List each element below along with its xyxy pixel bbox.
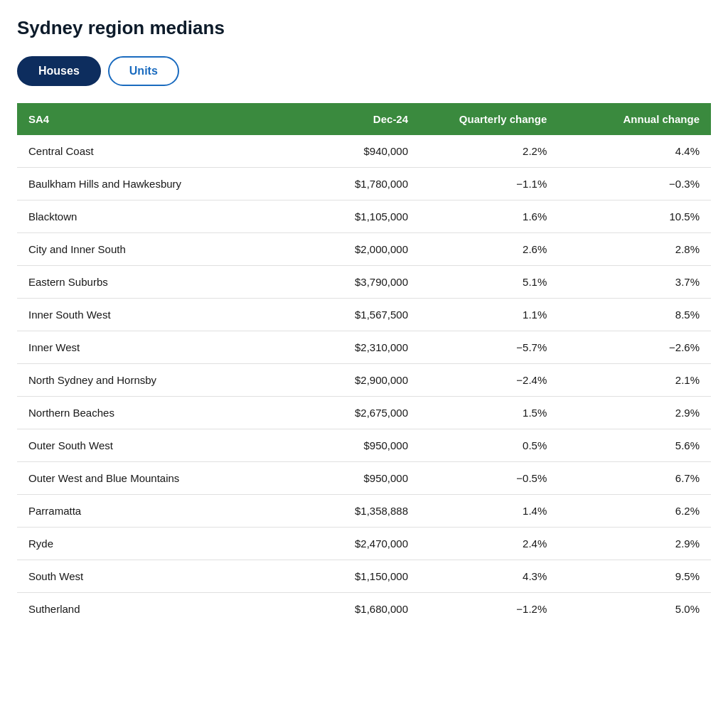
cell-region: Eastern Suburbs xyxy=(17,266,281,299)
cell-annual: 6.2% xyxy=(558,495,711,528)
cell-dec24: $1,150,000 xyxy=(281,560,419,593)
table-row: North Sydney and Hornsby$2,900,000−2.4%2… xyxy=(17,364,711,397)
cell-quarterly: 4.3% xyxy=(419,560,558,593)
cell-annual: 5.6% xyxy=(558,429,711,462)
table-row: Central Coast$940,0002.2%4.4% xyxy=(17,135,711,168)
tab-units[interactable]: Units xyxy=(108,56,179,86)
table-header-row: SA4 Dec-24 Quarterly change Annual chang… xyxy=(17,103,711,135)
tab-group: Houses Units xyxy=(17,56,711,86)
table-row: Inner South West$1,567,5001.1%8.5% xyxy=(17,299,711,331)
cell-dec24: $3,790,000 xyxy=(281,266,419,299)
cell-dec24: $950,000 xyxy=(281,462,419,495)
table-row: South West$1,150,0004.3%9.5% xyxy=(17,560,711,593)
table-row: Outer West and Blue Mountains$950,000−0.… xyxy=(17,462,711,495)
cell-quarterly: 5.1% xyxy=(419,266,558,299)
cell-dec24: $2,675,000 xyxy=(281,397,419,429)
cell-quarterly: 1.4% xyxy=(419,495,558,528)
table-row: Inner West$2,310,000−5.7%−2.6% xyxy=(17,331,711,364)
cell-annual: 5.0% xyxy=(558,593,711,626)
table-row: Outer South West$950,0000.5%5.6% xyxy=(17,429,711,462)
cell-dec24: $2,310,000 xyxy=(281,331,419,364)
cell-dec24: $2,900,000 xyxy=(281,364,419,397)
cell-quarterly: 2.4% xyxy=(419,528,558,560)
table-row: Baulkham Hills and Hawkesbury$1,780,000−… xyxy=(17,168,711,200)
cell-region: Blacktown xyxy=(17,200,281,233)
cell-region: South West xyxy=(17,560,281,593)
col-header-region: SA4 xyxy=(17,103,281,135)
cell-annual: 3.7% xyxy=(558,266,711,299)
cell-annual: 10.5% xyxy=(558,200,711,233)
cell-region: Baulkham Hills and Hawkesbury xyxy=(17,168,281,200)
cell-dec24: $940,000 xyxy=(281,135,419,168)
cell-region: Sutherland xyxy=(17,593,281,626)
table-row: Blacktown$1,105,0001.6%10.5% xyxy=(17,200,711,233)
cell-quarterly: 1.5% xyxy=(419,397,558,429)
cell-quarterly: 1.1% xyxy=(419,299,558,331)
table-row: Northern Beaches$2,675,0001.5%2.9% xyxy=(17,397,711,429)
cell-region: Outer South West xyxy=(17,429,281,462)
col-header-quarterly: Quarterly change xyxy=(419,103,558,135)
cell-quarterly: −2.4% xyxy=(419,364,558,397)
cell-quarterly: −5.7% xyxy=(419,331,558,364)
cell-annual: −2.6% xyxy=(558,331,711,364)
cell-region: Outer West and Blue Mountains xyxy=(17,462,281,495)
cell-annual: 2.9% xyxy=(558,528,711,560)
cell-quarterly: 2.2% xyxy=(419,135,558,168)
cell-dec24: $2,000,000 xyxy=(281,233,419,266)
table-row: City and Inner South$2,000,0002.6%2.8% xyxy=(17,233,711,266)
medians-table: SA4 Dec-24 Quarterly change Annual chang… xyxy=(17,103,711,625)
cell-annual: 8.5% xyxy=(558,299,711,331)
cell-region: City and Inner South xyxy=(17,233,281,266)
cell-region: North Sydney and Hornsby xyxy=(17,364,281,397)
cell-quarterly: 0.5% xyxy=(419,429,558,462)
tab-houses[interactable]: Houses xyxy=(17,56,101,86)
cell-quarterly: 2.6% xyxy=(419,233,558,266)
cell-annual: 2.9% xyxy=(558,397,711,429)
cell-dec24: $1,358,888 xyxy=(281,495,419,528)
table-row: Parramatta$1,358,8881.4%6.2% xyxy=(17,495,711,528)
cell-region: Ryde xyxy=(17,528,281,560)
cell-dec24: $1,105,000 xyxy=(281,200,419,233)
cell-annual: 9.5% xyxy=(558,560,711,593)
cell-region: Inner South West xyxy=(17,299,281,331)
table-row: Sutherland$1,680,000−1.2%5.0% xyxy=(17,593,711,626)
col-header-annual: Annual change xyxy=(558,103,711,135)
cell-annual: −0.3% xyxy=(558,168,711,200)
cell-region: Northern Beaches xyxy=(17,397,281,429)
cell-dec24: $2,470,000 xyxy=(281,528,419,560)
cell-dec24: $950,000 xyxy=(281,429,419,462)
cell-dec24: $1,567,500 xyxy=(281,299,419,331)
cell-quarterly: 1.6% xyxy=(419,200,558,233)
cell-region: Parramatta xyxy=(17,495,281,528)
col-header-dec24: Dec-24 xyxy=(281,103,419,135)
page-title: Sydney region medians xyxy=(17,17,711,39)
cell-annual: 2.1% xyxy=(558,364,711,397)
cell-dec24: $1,680,000 xyxy=(281,593,419,626)
cell-annual: 6.7% xyxy=(558,462,711,495)
table-row: Eastern Suburbs$3,790,0005.1%3.7% xyxy=(17,266,711,299)
cell-region: Inner West xyxy=(17,331,281,364)
cell-quarterly: −1.1% xyxy=(419,168,558,200)
cell-annual: 2.8% xyxy=(558,233,711,266)
cell-dec24: $1,780,000 xyxy=(281,168,419,200)
cell-region: Central Coast xyxy=(17,135,281,168)
cell-quarterly: −1.2% xyxy=(419,593,558,626)
table-row: Ryde$2,470,0002.4%2.9% xyxy=(17,528,711,560)
cell-annual: 4.4% xyxy=(558,135,711,168)
cell-quarterly: −0.5% xyxy=(419,462,558,495)
